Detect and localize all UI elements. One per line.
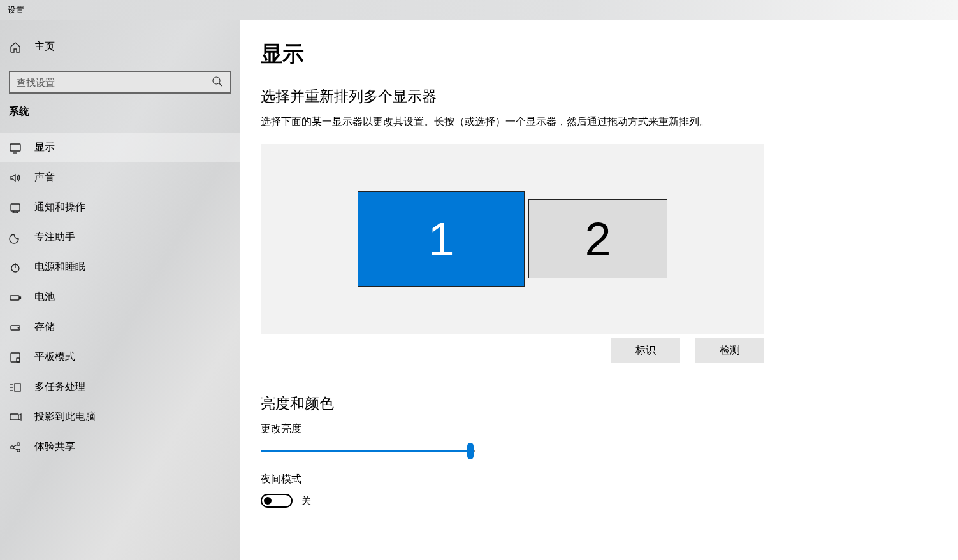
arrange-desc: 选择下面的某一显示器以更改其设置。长按（或选择）一个显示器，然后通过拖动方式来重… — [261, 115, 933, 129]
main-content: 显示 选择并重新排列多个显示器 选择下面的某一显示器以更改其设置。长按（或选择）… — [240, 20, 958, 560]
svg-line-22 — [13, 448, 17, 450]
svg-point-20 — [17, 449, 20, 451]
night-mode-label: 夜间模式 — [261, 473, 933, 486]
sidebar-item-share[interactable]: 体验共享 — [0, 432, 240, 462]
svg-rect-4 — [11, 204, 20, 211]
svg-rect-16 — [15, 384, 20, 391]
toggle-knob — [264, 497, 272, 505]
sidebar-category: 系统 — [0, 105, 240, 127]
svg-rect-17 — [10, 414, 18, 420]
night-mode-toggle[interactable] — [261, 494, 293, 508]
sound-icon — [9, 171, 22, 184]
tablet-icon — [9, 351, 22, 364]
sidebar-item-multitask[interactable]: 多任务处理 — [0, 372, 240, 402]
svg-point-18 — [11, 445, 13, 448]
sidebar-item-label: 专注助手 — [34, 231, 75, 244]
brightness-heading: 亮度和颜色 — [261, 394, 933, 413]
brightness-label: 更改亮度 — [261, 422, 933, 436]
sidebar-item-power[interactable]: 电源和睡眠 — [0, 252, 240, 282]
sidebar-item-label: 存储 — [34, 320, 55, 334]
sidebar-home-label: 主页 — [34, 40, 55, 54]
display-arrangement-area[interactable]: 1 2 — [261, 144, 764, 334]
monitor-2[interactable]: 2 — [528, 199, 667, 278]
sidebar-item-sound[interactable]: 声音 — [0, 162, 240, 192]
svg-point-19 — [17, 442, 20, 445]
window-titlebar: 设置 — [0, 0, 958, 20]
slider-fill — [261, 450, 470, 452]
home-icon — [9, 41, 22, 54]
svg-line-21 — [13, 445, 17, 447]
sidebar-item-project[interactable]: 投影到此电脑 — [0, 402, 240, 432]
brightness-slider[interactable] — [261, 443, 475, 459]
sidebar-item-notifications[interactable]: 通知和操作 — [0, 192, 240, 222]
detect-button[interactable]: 检测 — [695, 338, 764, 363]
storage-icon — [9, 321, 22, 334]
sidebar-item-tablet[interactable]: 平板模式 — [0, 342, 240, 372]
svg-rect-8 — [20, 297, 21, 299]
share-icon — [9, 441, 22, 454]
identify-button[interactable]: 标识 — [611, 338, 680, 363]
monitor-number: 1 — [428, 212, 454, 266]
sidebar-item-storage[interactable]: 存储 — [0, 312, 240, 342]
sidebar-nav: 显示 声音 通知和操作 专注助手 — [0, 133, 240, 462]
sidebar-item-label: 投影到此电脑 — [34, 410, 96, 424]
sidebar-item-battery[interactable]: 电池 — [0, 282, 240, 312]
sidebar-item-label: 显示 — [34, 141, 55, 154]
sidebar-item-focus[interactable]: 专注助手 — [0, 222, 240, 252]
svg-line-1 — [219, 83, 222, 86]
power-icon — [9, 261, 22, 274]
battery-icon — [9, 291, 22, 304]
sidebar-item-label: 体验共享 — [34, 440, 75, 454]
monitor-1[interactable]: 1 — [358, 191, 525, 287]
svg-point-0 — [213, 77, 220, 84]
notifications-icon — [9, 201, 22, 214]
sidebar-item-label: 多任务处理 — [34, 380, 85, 394]
sidebar-item-label: 通知和操作 — [34, 201, 85, 214]
sidebar: 主页 系统 显示 声音 — [0, 20, 240, 560]
night-mode-state: 关 — [301, 495, 311, 507]
svg-point-10 — [18, 327, 19, 328]
window-title: 设置 — [8, 4, 24, 16]
search-icon — [211, 75, 224, 90]
display-icon — [9, 141, 22, 154]
search-input-wrap[interactable] — [9, 71, 231, 94]
svg-rect-7 — [10, 296, 19, 300]
focus-icon — [9, 231, 22, 244]
slider-thumb[interactable] — [467, 443, 474, 459]
svg-rect-2 — [10, 144, 20, 151]
project-icon — [9, 411, 22, 424]
sidebar-item-label: 声音 — [34, 171, 55, 184]
arrange-heading: 选择并重新排列多个显示器 — [261, 87, 933, 106]
sidebar-home[interactable]: 主页 — [0, 32, 240, 62]
sidebar-item-label: 平板模式 — [34, 350, 75, 364]
sidebar-item-display[interactable]: 显示 — [0, 133, 240, 162]
svg-rect-12 — [17, 358, 20, 362]
monitor-number: 2 — [584, 212, 611, 266]
page-title: 显示 — [261, 39, 933, 69]
svg-rect-11 — [11, 353, 20, 362]
sidebar-item-label: 电池 — [34, 291, 55, 304]
sidebar-item-label: 电源和睡眠 — [34, 261, 85, 274]
multitask-icon — [9, 381, 22, 394]
search-input[interactable] — [17, 77, 211, 88]
